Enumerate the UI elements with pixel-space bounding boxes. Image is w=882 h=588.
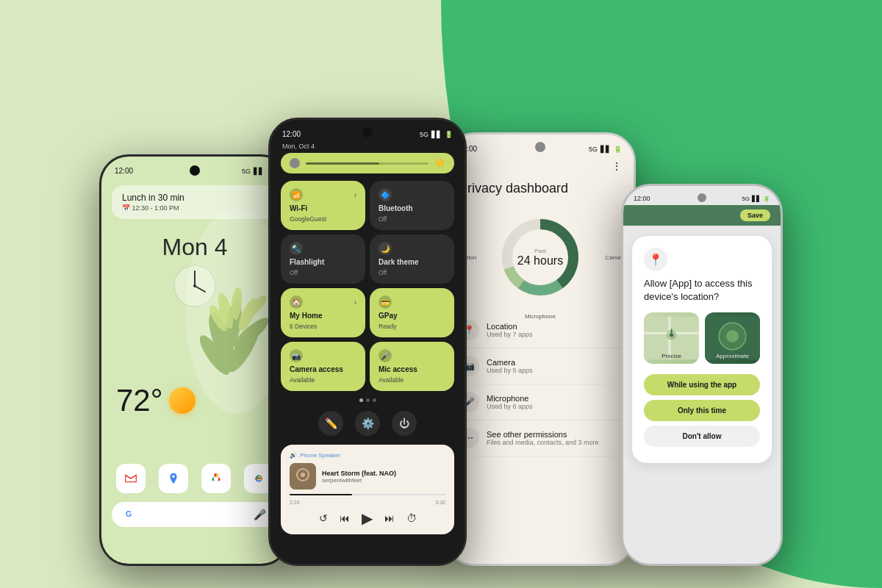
qs-tile-camera[interactable]: 📷 Camera access Available [281, 342, 365, 391]
qs-tile-mic[interactable]: 🎤 Mic access Available [370, 342, 454, 391]
music-text: Heart Storm (feat. NAO) serpentwithfeet [322, 470, 396, 484]
app-maps-icon[interactable] [159, 464, 188, 493]
gpay-icon: 💳 [379, 295, 392, 309]
location-maps-preview: Precise Approximate [644, 312, 760, 364]
flashlight-icon: 🔦 [290, 242, 303, 255]
dont-allow-button[interactable]: Don't allow [644, 426, 760, 447]
chart-hours: 24 hours [517, 254, 563, 268]
nav-power-button[interactable]: ⏻ [392, 411, 417, 436]
phone1-widget-title: Lunch in 30 min [122, 193, 268, 203]
music-next-icon[interactable]: ⏭ [384, 512, 395, 524]
phone2-camera [362, 127, 373, 137]
phone2-nav-buttons: ✏️ ⚙️ ⏻ [270, 405, 465, 442]
while-using-button[interactable]: While using the app [644, 374, 760, 395]
music-timer-icon[interactable]: ⏱ [406, 512, 417, 524]
mic-tile-title: Mic access [379, 365, 445, 373]
precise-map[interactable]: Precise [644, 312, 699, 364]
music-prev-icon[interactable]: ⏮ [340, 512, 350, 524]
phone1-screen: 12:00 5G ▋▋ 🔋 Lunch in 30 min 📅 12:30 - … [101, 157, 288, 564]
phone1-network: 5G [242, 168, 251, 175]
qs-tile-darktheme[interactable]: 🌙 Dark theme Off [370, 234, 454, 284]
nav-edit-button[interactable]: ✏️ [318, 411, 343, 436]
phone2-brightness-slider[interactable]: ☀️ [281, 153, 454, 173]
album-art [290, 463, 316, 490]
qs-tile-gpay[interactable]: 💳 GPay Ready [370, 288, 454, 337]
permission-others[interactable]: ⋯ See other permissions Files and media,… [456, 420, 625, 456]
phone4-time: 12:00 [634, 195, 650, 202]
permission-microphone[interactable]: 🎤 Microphone Used by 6 apps [456, 384, 625, 420]
nav-settings-button[interactable]: ⚙️ [355, 411, 380, 436]
music-time: 2:20 3:32 [290, 500, 445, 505]
phone2-battery-icon: 🔋 [445, 131, 453, 138]
phone2-device: 12:00 5G ▋▋ 🔋 Mon, Oct 4 ☀️ [268, 118, 467, 566]
phone1-device: 12:00 5G ▋▋ 🔋 Lunch in 30 min 📅 12:30 - … [99, 154, 290, 566]
music-title: Heart Storm (feat. NAO) [322, 470, 396, 477]
darktheme-icon: 🌙 [379, 242, 392, 255]
phone1-weather: 72° [101, 377, 288, 424]
phone3-signal-icon: ▋▋ [600, 146, 611, 153]
phone4-battery-icon: 🔋 [763, 196, 770, 202]
phone1-camera [190, 165, 200, 176]
chart-microphone-label: Microphone [525, 313, 556, 320]
google-logo: G [123, 508, 137, 521]
svg-rect-17 [208, 470, 224, 487]
qs-tile-wifi[interactable]: 📶 › Wi-Fi GoogleGuest [281, 181, 365, 230]
wifi-icon: 📶 [290, 188, 303, 201]
qs-tile-myhome[interactable]: 🏠 › My Home 6 Devices [281, 288, 365, 337]
svg-point-14 [193, 284, 196, 287]
phone2-signal-icon: ▋▋ [431, 131, 442, 138]
phone4-save-button[interactable]: Save [740, 209, 770, 221]
approx-map[interactable]: Approximate [705, 312, 760, 364]
privacy-chart-area: Location Past [454, 202, 626, 312]
music-time-total: 3:32 [435, 500, 445, 505]
phone1-calendar-widget[interactable]: Lunch in 30 min 📅 12:30 - 1:00 PM [112, 185, 278, 219]
permission-question: Allow [App] to access this device's loca… [644, 277, 760, 304]
music-controls: ↺ ⏮ ▶ ⏭ ⏱ [290, 509, 445, 527]
more-options-icon[interactable]: ⋮ [612, 160, 622, 172]
page-dot-2 [366, 398, 370, 402]
camera-apps-count: Used by 5 apps [487, 367, 533, 374]
music-play-icon[interactable]: ▶ [362, 509, 373, 527]
wifi-chevron-icon: › [354, 191, 356, 199]
music-thumbnail [290, 463, 316, 490]
location-apps-count: Used by 7 apps [487, 331, 533, 338]
others-sub: Files and media, contacts, and 3 more [487, 439, 599, 446]
others-info: See other permissions Files and media, c… [487, 430, 599, 446]
phone1-mic-icon[interactable]: 🎤 [254, 509, 266, 520]
app-photos-icon[interactable] [201, 464, 231, 493]
music-progress-bar[interactable] [290, 494, 445, 495]
phone4-network: 5G [742, 196, 750, 202]
brightness-icon: ☀️ [434, 158, 445, 168]
phone3-nav: ← ⋮ [447, 157, 634, 175]
phone2-page-dots [270, 398, 465, 402]
phone2-qs-grid: 📶 › Wi-Fi GoogleGuest 🔷 Bluetooth Off [270, 176, 465, 395]
home-tile-sub: 6 Devices [290, 323, 356, 330]
phone1-search-bar[interactable]: G 🎤 [112, 502, 278, 527]
only-this-time-button[interactable]: Only this time [644, 400, 760, 421]
brightness-sun-icon [290, 158, 300, 168]
phone4-device: 12:00 5G ▋▋ 🔋 Save 📍 Allow [App] to acce… [621, 184, 783, 566]
privacy-dashboard-title: Privacy dashboard [447, 175, 634, 202]
camera-name: Camera [487, 358, 533, 367]
gpay-tile-sub: Ready [379, 323, 445, 330]
qs-tile-flashlight[interactable]: 🔦 Flashlight Off [281, 234, 365, 284]
phone2-screen: 12:00 5G ▋▋ 🔋 Mon, Oct 4 ☀️ [270, 120, 465, 564]
app-gmail-icon[interactable] [116, 464, 146, 493]
microphone-name: Microphone [487, 394, 533, 403]
music-replay-icon[interactable]: ↺ [319, 512, 328, 524]
phone1-weather-icon [169, 387, 196, 414]
permission-camera[interactable]: 📷 Camera Used by 5 apps [456, 348, 625, 384]
phone2-music-card[interactable]: 🔊 Phone Speaker Heart Storm (feat. NAO) … [281, 445, 454, 534]
privacy-donut-chart: Past 24 hours [496, 213, 584, 301]
qs-tile-bluetooth[interactable]: 🔷 Bluetooth Off [370, 181, 454, 230]
bluetooth-icon: 🔷 [379, 188, 392, 201]
chart-period: Past [517, 248, 563, 254]
donut-center-labels: Past 24 hours [496, 213, 584, 301]
approx-map-label: Approximate [705, 353, 760, 359]
svg-point-34 [670, 334, 673, 337]
camera-access-icon: 📷 [290, 349, 303, 362]
location-info: Location Used by 7 apps [487, 322, 533, 338]
flashlight-tile-sub: Off [290, 269, 356, 276]
svg-point-38 [726, 331, 739, 343]
phone4-screen: 12:00 5G ▋▋ 🔋 Save 📍 Allow [App] to acce… [623, 186, 781, 564]
